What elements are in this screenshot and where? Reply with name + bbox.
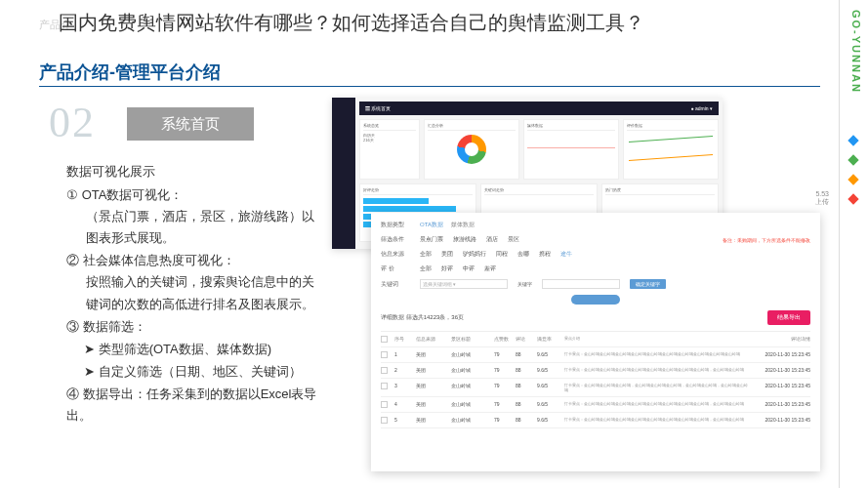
filter-option[interactable]: 景区 xyxy=(508,235,519,244)
search-button[interactable] xyxy=(571,295,620,305)
diamond-icon xyxy=(847,174,858,184)
table-row: 4 美团 金山岭城 79 88 9.6/5 打卡景点：金山岭城金山岭城金山岭城金… xyxy=(381,397,810,413)
filter-item: ➤ 自定义筛选（日期、地区、关键词） xyxy=(66,361,322,383)
diamond-icon xyxy=(847,193,858,204)
filter-option[interactable]: 好评 xyxy=(441,264,453,273)
section-number: 02 xyxy=(49,98,96,147)
dash1-card-summary: 汇总分析 xyxy=(424,119,519,180)
data-table: 序号 信息来源 景区标题 点赞数 评论 满意率 景点介绍 评论详情 1 美团 金… xyxy=(381,331,810,428)
tab-media[interactable]: 媒体数据 xyxy=(451,221,475,229)
brand-vertical: GO-YUNNAN xyxy=(850,10,862,94)
section-title: 产品介绍-管理平台介绍 xyxy=(39,61,221,84)
filter-option[interactable]: 差评 xyxy=(484,264,496,273)
table-row: 1 美团 金山岭城 79 88 9.6/5 打卡景点：金山岭城金山岭城金山岭城金… xyxy=(381,347,810,363)
filter-option[interactable]: 全部 xyxy=(420,250,432,259)
row-checkbox[interactable] xyxy=(381,417,388,424)
tab-ota[interactable]: OTA数据 xyxy=(420,221,443,229)
dash1-card-rating: 评价数据 xyxy=(623,119,719,180)
d2-tabs-label: 数据类型 xyxy=(381,221,410,229)
select-all-checkbox[interactable] xyxy=(381,336,388,343)
metric-badge: 5.53 上传 xyxy=(815,190,829,207)
list-item: ③ 数据筛选： xyxy=(66,316,322,338)
keyword-label: 关键词 xyxy=(381,280,410,289)
section-underline xyxy=(39,86,820,87)
filter-option[interactable]: 携程 xyxy=(539,250,551,259)
table-row: 2 美团 金山岭城 79 88 9.6/5 打卡景点：金山岭城金山岭城金山岭城金… xyxy=(381,363,810,379)
row-checkbox[interactable] xyxy=(381,383,388,389)
filter-option[interactable]: 中评 xyxy=(463,264,475,273)
export-button[interactable]: 结果导出 xyxy=(767,310,810,325)
filter-option[interactable]: 驴妈妈行 xyxy=(463,250,486,259)
filter-option[interactable]: 途牛 xyxy=(560,250,572,259)
page-title: 国内免费舆情网站软件有哪些？如何选择适合自己的舆情监测工具？ xyxy=(59,10,644,36)
dash1-card-media: 媒体数据 xyxy=(523,119,619,180)
diamond-icon xyxy=(847,154,858,165)
row-checkbox[interactable] xyxy=(381,351,388,358)
dashboard-screenshot-2: 数据类型 OTA数据 媒体数据 筛选条件 景点门票 旅游线路 酒店 景区 备注：… xyxy=(371,213,820,471)
list-item: ② 社会媒体信息热度可视化：按照输入的关键词，搜索舆论信息中的关键词的次数的高低… xyxy=(66,250,322,314)
content-heading: 数据可视化展示 xyxy=(66,161,322,183)
diamond-icon xyxy=(847,135,858,145)
filter-option[interactable]: 同程 xyxy=(496,250,508,259)
filter-label: 评 价 xyxy=(381,264,410,273)
confirm-keyword-button[interactable]: 确定关键字 xyxy=(630,279,666,289)
dash1-sidebar xyxy=(332,98,355,249)
content-body: 数据可视化展示 ① OTA数据可视化：（景点门票，酒店，景区，旅游线路）以图表形… xyxy=(66,161,322,427)
filter-option[interactable]: 景点门票 xyxy=(420,235,443,244)
table-row: 5 美团 金山岭城 79 88 9.6/5 打卡景点：金山岭城金山岭城金山岭城金… xyxy=(381,413,810,428)
table-header: 序号 信息来源 景区标题 点赞数 评论 满意率 景点介绍 评论详情 xyxy=(381,332,810,347)
row-checkbox[interactable] xyxy=(381,367,388,374)
result-count: 详细数据 筛选共14223条，36页 xyxy=(381,313,464,322)
note-text: 备注：采购期间，下方所选条件不能修改 xyxy=(723,237,810,243)
row-checkbox[interactable] xyxy=(381,401,388,408)
line-chart-icon xyxy=(627,133,715,164)
keyword-group-select[interactable]: 选择关键词组 ▾ xyxy=(420,279,508,289)
dash1-card-overview: 系统总览 白历天 216天 xyxy=(359,119,420,180)
section-pill: 系统首页 xyxy=(127,107,254,141)
list-item: ① OTA数据可视化：（景点门票，酒店，景区，旅游线路）以图表形式展现。 xyxy=(66,184,322,249)
filter-option[interactable]: 美团 xyxy=(441,250,453,259)
filter-option[interactable]: 旅游线路 xyxy=(453,235,476,244)
filter-item: ➤ 类型筛选(OTA数据、媒体数据) xyxy=(66,339,322,360)
filter-option[interactable]: 酒店 xyxy=(486,235,498,244)
filter-label: 筛选条件 xyxy=(381,235,410,244)
table-row: 3 美团 金山岭城 79 88 9.6/5 打卡景点：金山岭城金山岭城金山岭城，… xyxy=(381,379,810,397)
list-item: ④ 数据导出：任务采集到的数据以Excel表导出。 xyxy=(66,384,322,427)
dash1-topbar: ☰ 系统首页 ● admin ▾ xyxy=(359,102,719,115)
filter-option[interactable]: 去哪 xyxy=(517,250,529,259)
keyword-input[interactable] xyxy=(542,279,620,289)
filter-label: 信息来源 xyxy=(381,250,410,259)
filter-option[interactable]: 全部 xyxy=(420,264,432,273)
donut-chart-icon xyxy=(457,135,486,164)
line-chart-icon xyxy=(527,133,615,164)
right-sidebar: GO-YUNNAN xyxy=(839,0,868,488)
